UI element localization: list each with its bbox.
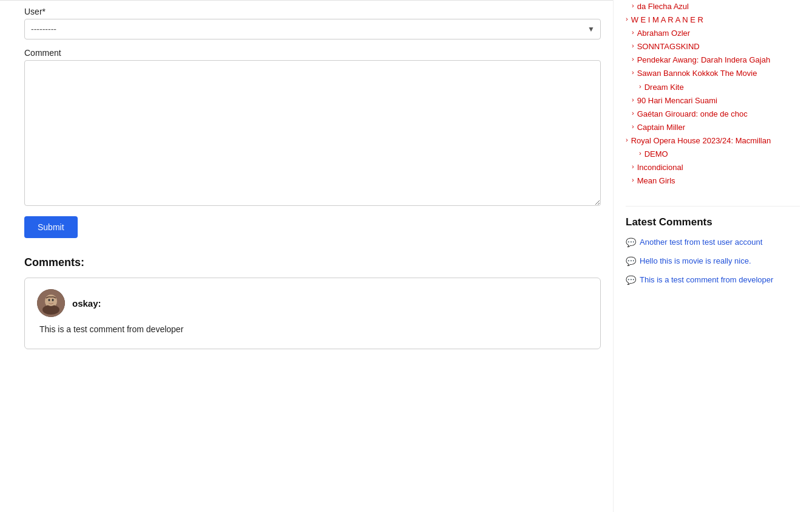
chevron-right-icon: › [632,121,634,132]
latest-comments-heading: Latest Comments [626,216,800,228]
nav-link[interactable]: SONNTAGSKIND [637,40,700,53]
main-content: User* --------- ▼ Comment Submit Comment… [0,0,613,512]
nav-link[interactable]: Gaétan Girouard: onde de choc [637,108,748,121]
chevron-right-icon: › [632,94,634,106]
nav-link[interactable]: Mean Girls [637,174,675,188]
nav-item: › Royal Opera House 2023/24: Macmillan [626,134,800,148]
comment-field-group: Comment [24,48,601,208]
chevron-right-icon: › [632,53,634,65]
nav-item: › da Flecha Azul [626,0,800,13]
latest-comment-item: 💬 This is a test comment from developer [626,275,800,286]
nav-item: › Dream Kite [626,81,800,94]
user-select-wrapper: --------- ▼ [24,19,601,39]
sidebar-nav-item: › Royal Opera House 2023/24: Macmillan [626,134,800,148]
comment-author: oskay: [72,298,101,309]
svg-point-4 [49,299,50,301]
nav-link[interactable]: DEMO [645,148,668,161]
sidebar-nav-item: › SONNTAGSKIND [626,40,800,53]
nav-item: › DEMO [626,148,800,161]
form-section: User* --------- ▼ Comment Submit Comment… [24,1,601,349]
chevron-right-icon: › [632,40,634,52]
user-label: User* [24,7,601,16]
sidebar-nav-item: › Captain Miller [626,121,800,134]
nav-item: › Sawan Bannok Kokkok The Movie [626,67,800,80]
nav-item: › Abraham Ozler [626,27,800,40]
latest-comment-link[interactable]: Hello this is movie is really nice. [640,256,751,267]
svg-point-2 [42,305,59,315]
nav-link[interactable]: Royal Opera House 2023/24: Macmillan [631,134,771,148]
chevron-right-icon: › [632,0,634,12]
sidebar-nav-item: › da Flecha Azul [626,0,800,13]
nav-link[interactable]: 90 Hari Mencari Suami [637,94,717,108]
latest-comment-link[interactable]: This is a test comment from developer [640,275,773,286]
nav-link[interactable]: Dream Kite [645,81,684,94]
chevron-right-icon: › [632,161,634,172]
comment-card: oskay: This is a test comment from devel… [24,278,601,349]
chevron-right-icon: › [639,148,641,159]
comment-header: oskay: [37,289,588,317]
chevron-right-icon: › [632,108,634,119]
comment-bubble-icon: 💬 [626,237,636,247]
nav-item: › SONNTAGSKIND [626,40,800,53]
nav-link[interactable]: Sawan Bannok Kokkok The Movie [637,67,757,80]
chevron-right-icon: › [632,67,634,78]
nav-item: › Captain Miller [626,121,800,134]
latest-comment-link[interactable]: Another test from test user account [640,237,762,248]
nav-link[interactable]: da Flecha Azul [637,0,689,13]
nav-link[interactable]: Incondicional [637,161,683,174]
chevron-right-icon: › [626,134,628,146]
nav-item: › Mean Girls [626,174,800,188]
nav-link[interactable]: Captain Miller [637,121,685,134]
sidebar-nav-item: › Gaétan Girouard: onde de choc [626,108,800,121]
comments-section: Comments: [24,256,601,349]
nav-item: › Incondicional [626,161,800,174]
sidebar-nav-item: › Incondicional [626,161,800,174]
nav-link[interactable]: Pendekar Awang: Darah Indera Gajah [637,53,770,67]
avatar-image [37,289,65,317]
sidebar-nav-item: › Sawan Bannok Kokkok The Movie [626,67,800,80]
nav-item: › W E I M A R A N E R [626,13,800,27]
comment-text: This is a test comment from developer [39,324,588,334]
comment-bubble-icon: 💬 [626,275,636,285]
comment-bubble-icon: 💬 [626,256,636,266]
chevron-right-icon: › [632,27,634,38]
user-select[interactable]: --------- [24,19,601,39]
nav-item: › 90 Hari Mencari Suami [626,94,800,108]
latest-comment-item: 💬 Another test from test user account [626,237,800,248]
chevron-right-icon: › [639,81,641,92]
nav-item: › Gaétan Girouard: onde de choc [626,108,800,121]
chevron-right-icon: › [632,174,634,186]
sidebar-nav-item: › 90 Hari Mencari Suami [626,94,800,108]
nav-link[interactable]: W E I M A R A N E R [631,13,703,27]
sidebar-nav-item: › W E I M A R A N E R [626,13,800,27]
chevron-right-icon: › [626,13,628,25]
nav-item: › Pendekar Awang: Darah Indera Gajah [626,53,800,67]
sidebar-nav-item: › Pendekar Awang: Darah Indera Gajah [626,53,800,67]
svg-point-5 [52,299,54,301]
user-field-group: User* --------- ▼ [24,7,601,39]
avatar [37,289,65,317]
sidebar-nav-item: › Dream Kite [626,81,800,94]
latest-comments-section: Latest Comments 💬 Another test from test… [626,206,800,286]
submit-button[interactable]: Submit [24,216,78,238]
nav-link[interactable]: Abraham Ozler [637,27,690,40]
sidebar-nav-item: › DEMO [626,148,800,161]
latest-comment-item: 💬 Hello this is movie is really nice. [626,256,800,267]
comment-label: Comment [24,48,601,58]
sidebar-nav-item: › Mean Girls [626,174,800,188]
comments-heading: Comments: [24,256,601,269]
sidebar-nav-item: › Abraham Ozler [626,27,800,40]
sidebar: › da Flecha Azul › W E I M A R A N E R ›… [613,0,812,512]
comment-textarea[interactable] [24,60,601,206]
sidebar-nav-list: › da Flecha Azul › W E I M A R A N E R ›… [626,0,800,188]
